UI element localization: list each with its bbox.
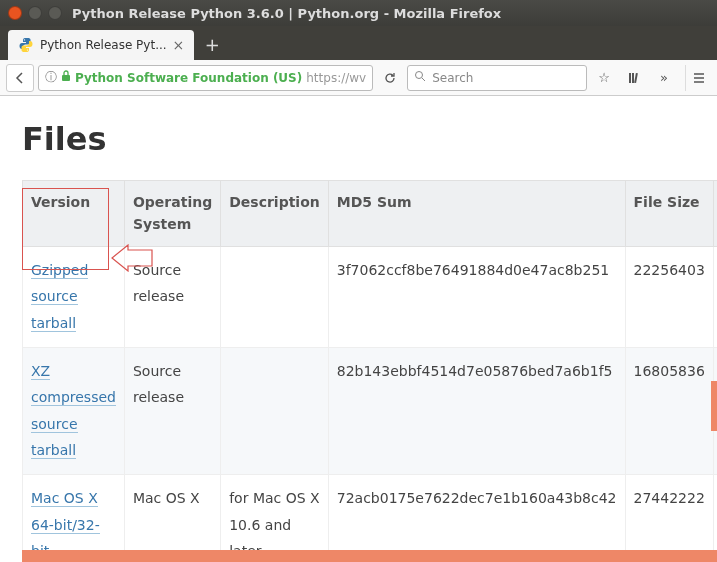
new-tab-button[interactable]: +: [198, 30, 226, 58]
menu-button[interactable]: [685, 65, 711, 91]
os-cell: Mac OS X: [124, 474, 220, 562]
th-version: Version: [23, 181, 125, 247]
table-row: XZ compressed source tarball Source rele…: [23, 347, 718, 474]
minimize-window-button[interactable]: [28, 6, 42, 20]
desc-cell: for Mac OS X 10.6 and later: [221, 474, 329, 562]
bottom-overflow-indicator: [22, 550, 717, 562]
size-cell: 27442222: [625, 474, 713, 562]
url-text: https://wv: [306, 71, 366, 85]
size-cell: 16805836: [625, 347, 713, 474]
version-link[interactable]: XZ compressed source tarball: [31, 363, 116, 460]
svg-point-1: [416, 72, 423, 79]
navigation-toolbar: ⓘ Python Software Foundation (US) https:…: [0, 60, 717, 96]
close-window-button[interactable]: [8, 6, 22, 20]
tab-strip: Python Release Pyt... × +: [0, 26, 717, 60]
th-size: File Size: [625, 181, 713, 247]
desc-cell: [221, 347, 329, 474]
desc-cell: [221, 246, 329, 347]
table-row: Mac OS X 64-bit/32-bit Mac OS X for Mac …: [23, 474, 718, 562]
back-button[interactable]: [6, 64, 34, 92]
os-cell: Source release: [124, 347, 220, 474]
table-header-row: Version Operating System Description MD5…: [23, 181, 718, 247]
browser-tab[interactable]: Python Release Pyt... ×: [8, 30, 194, 60]
version-link[interactable]: Gzipped source tarball: [31, 262, 88, 332]
tab-title: Python Release Pyt...: [40, 38, 167, 52]
cert-org: Python Software Foundation (US): [75, 71, 302, 85]
python-favicon: [18, 37, 34, 53]
page-content: Files Version Operating System Descripti…: [0, 96, 717, 562]
close-tab-button[interactable]: ×: [173, 38, 185, 52]
library-button[interactable]: [621, 65, 647, 91]
reload-button[interactable]: [377, 65, 403, 91]
window-controls: [8, 6, 62, 20]
url-bar[interactable]: ⓘ Python Software Foundation (US) https:…: [38, 65, 373, 91]
search-box[interactable]: Search: [407, 65, 587, 91]
svg-rect-3: [629, 73, 631, 83]
svg-rect-5: [634, 72, 638, 82]
info-icon: ⓘ: [45, 69, 57, 86]
search-icon: [414, 70, 426, 85]
th-desc: Description: [221, 181, 329, 247]
md5-cell: 3f7062ccf8be76491884d0e47ac8b251: [328, 246, 625, 347]
md5-cell: 82b143ebbf4514d7e05876bed7a6b1f5: [328, 347, 625, 474]
svg-rect-4: [632, 73, 634, 83]
window-title: Python Release Python 3.6.0 | Python.org…: [72, 6, 501, 21]
scroll-indicator[interactable]: [711, 381, 717, 431]
th-gpg: GPG: [713, 181, 717, 247]
maximize-window-button[interactable]: [48, 6, 62, 20]
lock-icon: [61, 70, 71, 85]
svg-rect-0: [62, 75, 70, 81]
os-cell: Source release: [124, 246, 220, 347]
page-heading: Files: [22, 120, 695, 158]
size-cell: 22256403: [625, 246, 713, 347]
search-placeholder: Search: [432, 71, 473, 85]
window-titlebar: Python Release Python 3.6.0 | Python.org…: [0, 0, 717, 26]
files-table: Version Operating System Description MD5…: [22, 180, 717, 562]
th-md5: MD5 Sum: [328, 181, 625, 247]
overflow-button[interactable]: »: [651, 65, 677, 91]
bookmark-star-button[interactable]: ☆: [591, 65, 617, 91]
table-row: Gzipped source tarball Source release 3f…: [23, 246, 718, 347]
th-os: Operating System: [124, 181, 220, 247]
md5-cell: 72acb0175e7622dec7e1b160a43b8c42: [328, 474, 625, 562]
svg-line-2: [422, 78, 425, 81]
